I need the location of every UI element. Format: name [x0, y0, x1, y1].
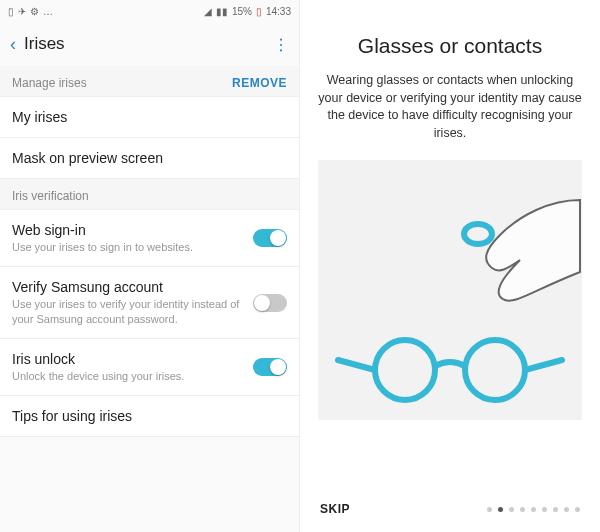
page-dot[interactable] — [575, 507, 580, 512]
toggle-iris-unlock[interactable] — [253, 358, 287, 376]
battery-icon: ▯ — [8, 6, 14, 17]
toggle-verify-samsung[interactable] — [253, 294, 287, 312]
section-iris-verification: Iris verification — [0, 179, 299, 210]
toggle-web-signin[interactable] — [253, 229, 287, 247]
info-screen: Glasses or contacts Wearing glasses or c… — [300, 0, 600, 532]
item-my-irises[interactable]: My irises — [0, 97, 299, 138]
svg-point-2 — [465, 340, 525, 400]
page-dot[interactable] — [542, 507, 547, 512]
page-dot[interactable] — [520, 507, 525, 512]
gear-icon: ⚙ — [30, 6, 39, 17]
more-menu-icon[interactable]: ⋯ — [272, 37, 291, 52]
skip-button[interactable]: SKIP — [320, 502, 350, 516]
item-mask-preview[interactable]: Mask on preview screen — [0, 138, 299, 179]
section-label: Manage irises — [12, 76, 87, 90]
hand-contact-icon — [464, 200, 580, 301]
svg-point-1 — [375, 340, 435, 400]
item-sub: Use your irises to verify your identity … — [12, 297, 253, 326]
page-dot[interactable] — [498, 507, 503, 512]
more-status-icon: … — [43, 6, 53, 17]
page-dot[interactable] — [564, 507, 569, 512]
illustration-glasses-contacts — [318, 160, 582, 420]
item-label: My irises — [12, 109, 287, 125]
item-label: Tips for using irises — [12, 408, 287, 424]
clock: 14:33 — [266, 6, 291, 17]
back-icon[interactable]: ‹ — [10, 34, 16, 55]
page-dot[interactable] — [487, 507, 492, 512]
page-dot[interactable] — [531, 507, 536, 512]
item-web-signin[interactable]: Web sign-in Use your irises to sign in t… — [0, 210, 299, 267]
item-verify-samsung[interactable]: Verify Samsung account Use your irises t… — [0, 267, 299, 339]
section-manage-irises: Manage irises REMOVE — [0, 66, 299, 97]
svg-point-0 — [464, 224, 492, 244]
wifi-icon: ◢ — [204, 6, 212, 17]
battery-pct: 15% — [232, 6, 252, 17]
status-bar: ▯ ✈ ⚙ … ◢ ▮▮ 15% ▯ 14:33 — [0, 0, 299, 22]
info-description: Wearing glasses or contacts when unlocki… — [318, 72, 582, 142]
page-dot[interactable] — [509, 507, 514, 512]
info-title: Glasses or contacts — [318, 34, 582, 58]
item-tips[interactable]: Tips for using irises — [0, 396, 299, 437]
item-iris-unlock[interactable]: Iris unlock Unlock the device using your… — [0, 339, 299, 396]
item-sub: Use your irises to sign in to websites. — [12, 240, 253, 254]
item-label: Verify Samsung account — [12, 279, 253, 295]
signal-icon: ▮▮ — [216, 6, 228, 17]
remove-button[interactable]: REMOVE — [232, 76, 287, 90]
glasses-icon — [338, 340, 562, 400]
item-sub: Unlock the device using your irises. — [12, 369, 253, 383]
page-title: Irises — [24, 34, 274, 54]
app-header: ‹ Irises ⋯ — [0, 22, 299, 66]
settings-screen: ▯ ✈ ⚙ … ◢ ▮▮ 15% ▯ 14:33 ‹ Irises ⋯ Mana… — [0, 0, 300, 532]
airplane-icon: ✈ — [18, 6, 26, 17]
item-label: Mask on preview screen — [12, 150, 287, 166]
info-footer: SKIP — [300, 488, 600, 532]
item-label: Iris unlock — [12, 351, 253, 367]
item-label: Web sign-in — [12, 222, 253, 238]
page-dot[interactable] — [553, 507, 558, 512]
page-indicator[interactable] — [487, 507, 580, 512]
battery-icon: ▯ — [256, 6, 262, 17]
